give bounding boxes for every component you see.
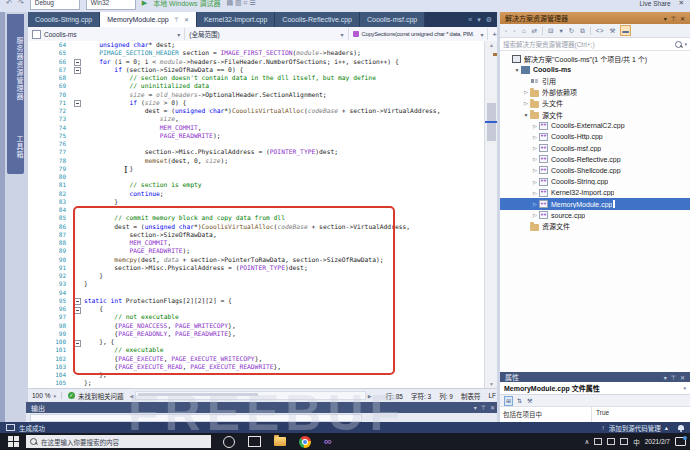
pin-icon[interactable]: ⊤ xyxy=(481,404,486,411)
keyboard-icon[interactable] xyxy=(594,438,602,445)
property-value[interactable]: True xyxy=(592,407,690,422)
properties-title-bar[interactable]: 属性 ▾ ⊤ ✕ xyxy=(500,372,690,382)
expand-arrow-icon[interactable]: ▷ xyxy=(522,89,530,95)
health-check-icon[interactable]: ✓ xyxy=(68,392,75,399)
code-line-105[interactable]: 105}; xyxy=(28,379,484,387)
expand-arrow-icon[interactable]: ▷ xyxy=(531,134,539,140)
notifications-bell-icon[interactable] xyxy=(678,425,684,430)
home-icon[interactable]: ⌂ xyxy=(521,26,527,35)
sync-with-active-document-icon[interactable]: ⇄ xyxy=(531,26,538,35)
view-code-icon[interactable]: <> xyxy=(595,26,605,35)
sidebar-tab-server-explorer[interactable]: 服务器资源管理器 xyxy=(7,14,24,124)
tree-item--[interactable]: 引用 xyxy=(500,75,690,86)
tree-item-Kernel32-Import.cpp[interactable]: ▷Kernel32-Import.cpp xyxy=(500,187,690,198)
live-share-button[interactable]: Live Share xyxy=(639,0,670,7)
file-explorer-icon[interactable] xyxy=(274,437,286,446)
ime-indicator[interactable]: 中 xyxy=(633,437,640,447)
scope-dropdown[interactable]: (全局范围) ▾ xyxy=(185,28,348,40)
code-line-82[interactable]: 82 continue; xyxy=(28,190,484,198)
code-line-69[interactable]: 69 // uninitialized data xyxy=(28,82,484,90)
code-line-74[interactable]: 74 MEM_COMMIT, xyxy=(28,124,484,132)
code-line-76[interactable]: 76 xyxy=(28,140,484,148)
clock-date[interactable]: 2021/2/7 xyxy=(645,438,670,445)
expand-arrow-icon[interactable]: ▷ xyxy=(531,212,539,218)
task-view-icon[interactable] xyxy=(248,436,261,447)
fold-marker-icon[interactable] xyxy=(71,99,84,107)
close-icon[interactable]: ✕ xyxy=(184,16,189,23)
chevron-down-icon[interactable]: ▾ xyxy=(664,15,667,22)
output-source-dropdown[interactable] xyxy=(30,414,362,422)
expand-arrow-icon[interactable]: ▷ xyxy=(531,190,539,196)
code-line-77[interactable]: 77 section->Misc.PhysicalAddress = (POIN… xyxy=(28,148,484,156)
toggle-pin-icon[interactable]: ▾ xyxy=(477,16,481,24)
chevron-down-icon[interactable]: ▾ xyxy=(474,404,477,411)
add-to-source-control-button[interactable]: 添加到源代码管理 xyxy=(609,423,661,433)
code-line-64[interactable]: 64 unsigned char* dest; xyxy=(28,41,484,49)
issues-label[interactable]: 未找到相关问题 xyxy=(78,391,124,401)
code-line-67[interactable]: 67 if (section->SizeOfRawData == 0) { xyxy=(28,66,484,74)
function-dropdown[interactable]: CopySections(const unsigned char * data,… xyxy=(349,28,489,40)
collapse-all-icon[interactable]: ⊟ xyxy=(547,26,554,35)
editor-tab-Cooolis-Reflective.cpp[interactable]: Cooolis-Reflective.cpp xyxy=(275,12,360,27)
tree-item-Cooolis-ms[interactable]: ▼Cooolis-ms xyxy=(500,64,690,75)
tree-item-Cooolis-String.cpp[interactable]: ▷Cooolis-String.cpp xyxy=(500,176,690,187)
categorized-icon[interactable]: ⊞ xyxy=(504,396,513,406)
editor-tab-Cooolis-msf.cpp[interactable]: Cooolis-msf.cpp xyxy=(360,12,425,27)
pin-icon[interactable]: ⊤ xyxy=(671,15,676,22)
close-icon[interactable]: ✕ xyxy=(490,404,495,411)
chrome-icon[interactable] xyxy=(299,436,311,448)
tree-item-source.cpp[interactable]: ▷source.cpp xyxy=(500,210,690,221)
editor-horizontal-scrollbar[interactable]: ◀ ▶ xyxy=(129,391,371,400)
tab-options-icon[interactable]: ⚙ xyxy=(486,16,492,24)
toolbar-close-icon[interactable]: ✕ xyxy=(679,0,684,7)
code-line-83[interactable]: 83 } xyxy=(28,198,484,206)
solution-search-input[interactable]: 搜索解决方案资源管理器(Ctrl+;) ▾ xyxy=(500,38,690,51)
code-line-80[interactable]: 80 xyxy=(28,173,484,181)
tray-expand-icon[interactable]: ∧ xyxy=(584,438,589,446)
editor-vertical-scrollbar[interactable]: ▲ ▼ xyxy=(484,41,498,388)
code-line-75[interactable]: 75 PAGE_READWRITE); xyxy=(28,132,484,140)
expand-arrow-icon[interactable]: ▼ xyxy=(522,112,530,118)
scroll-left-icon[interactable]: ◀ xyxy=(129,393,133,399)
start-button[interactable] xyxy=(0,436,26,447)
collapse-dropdown-icon[interactable]: ▾ xyxy=(558,26,563,35)
pin-icon[interactable]: ⊤ xyxy=(671,374,676,381)
fold-marker-icon[interactable] xyxy=(71,66,84,74)
fold-marker-icon[interactable] xyxy=(71,58,84,66)
code-line-65[interactable]: 65 PIMAGE_SECTION_HEADER section = IMAGE… xyxy=(28,49,484,57)
zoom-dropdown[interactable]: 100 % ▾ xyxy=(32,392,62,399)
scrollbar-thumb[interactable] xyxy=(138,393,258,396)
code-line-81[interactable]: 81 // section is empty xyxy=(28,181,484,189)
expand-arrow-icon[interactable]: ▼ xyxy=(513,67,521,73)
property-row[interactable]: 包括在项目中 True xyxy=(500,407,690,422)
editor-tab-Cooolis-String.cpp[interactable]: Cooolis-String.cpp xyxy=(28,12,100,27)
code-line-71[interactable]: 71 if (size > 0) { xyxy=(28,99,484,107)
expand-arrow-icon[interactable]: ▷ xyxy=(531,167,539,173)
editor-tab-Kernel32-Import.cpp[interactable]: Kernel32-Import.cpp xyxy=(197,12,275,27)
tree-item-Cooolis-Http.cpp[interactable]: ▷Cooolis-Http.cpp xyxy=(500,131,690,142)
code-editor[interactable]: 64 unsigned char* dest;65 PIMAGE_SECTION… xyxy=(28,41,484,388)
tree-item--[interactable]: ▷外部依赖项 xyxy=(500,87,690,98)
show-all-files-icon[interactable]: ⧉ xyxy=(579,26,586,35)
start-debug-icon[interactable]: ▶ xyxy=(142,0,147,7)
code-line-73[interactable]: 73 size, xyxy=(28,115,484,123)
undo-icon[interactable]: ↶ xyxy=(6,0,12,7)
action-center-icon[interactable] xyxy=(675,437,686,446)
tree-item-Cooolis-Reflective.cpp[interactable]: ▷Cooolis-Reflective.cpp xyxy=(500,154,690,165)
tree-item--[interactable]: 资源文件 xyxy=(500,221,690,232)
tree-item--Cooolis-ms-1-1-[interactable]: 解决方案"Cooolis-ms"(1 个项目/共 1 个) xyxy=(500,53,690,64)
expand-arrow-icon[interactable]: ▷ xyxy=(522,100,530,106)
tree-item-MemoryModule.cpp[interactable]: ▷MemoryModule.cpp xyxy=(500,198,690,209)
visual-studio-icon[interactable]: ∞ xyxy=(324,436,332,447)
editor-tab-MemoryModule.cpp[interactable]: MemoryModule.cpp⊤✕ xyxy=(100,12,197,27)
expand-arrow-icon[interactable]: ▷ xyxy=(531,201,539,207)
properties-icon[interactable]: ⚒ xyxy=(608,26,616,35)
taskbar-search-input[interactable]: 在这里输入你要搜索的内容 xyxy=(26,435,211,448)
cortana-icon[interactable] xyxy=(223,436,235,448)
scroll-right-icon[interactable]: ▶ xyxy=(368,393,372,399)
configuration-dropdown[interactable]: Debug xyxy=(30,0,80,10)
properties-object-dropdown[interactable]: MemoryModule.cpp 文件属性 ▾ xyxy=(500,382,690,395)
code-line-79[interactable]: 79 } xyxy=(28,165,484,173)
close-icon[interactable]: ✕ xyxy=(680,15,685,22)
code-line-72[interactable]: 72 dest = (unsigned char*)CooolisVirtual… xyxy=(28,107,484,115)
